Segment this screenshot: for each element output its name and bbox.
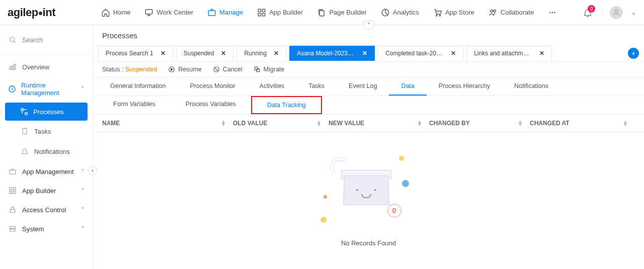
col-by-label: CHANGED BY: [429, 120, 470, 127]
svg-rect-31: [10, 229, 16, 231]
add-tab-button[interactable]: +: [628, 48, 639, 59]
sidebar-overview-label: Overview: [22, 63, 49, 71]
nav-app-builder[interactable]: App Builder: [257, 8, 303, 17]
col-new-value[interactable]: NEW VALUE▲▼: [329, 120, 429, 127]
chevron-down-icon: ˅: [81, 206, 85, 214]
nav-home[interactable]: Home: [101, 8, 131, 17]
migrate-button[interactable]: Migrate: [254, 66, 285, 73]
sidebar-runtime-management[interactable]: Runtime Management ˄: [0, 76, 93, 102]
sort-icon[interactable]: ▲▼: [221, 120, 233, 126]
close-icon[interactable]: ✕: [451, 50, 456, 57]
tab-process-hierarchy[interactable]: Process Hierarchy: [427, 77, 502, 96]
copy-icon: [317, 8, 326, 17]
resume-button[interactable]: Resume: [168, 66, 202, 73]
briefcase-icon: [207, 8, 216, 17]
pie-icon: [381, 8, 390, 17]
col-old-value[interactable]: OLD VALUE▲▼: [233, 120, 329, 127]
tab-event-log[interactable]: Event Log: [337, 77, 389, 96]
sidebar-overview[interactable]: Overview: [0, 57, 93, 76]
col-name[interactable]: NAME▲▼: [102, 120, 233, 127]
close-icon[interactable]: ✕: [274, 50, 279, 57]
sidebar-notifications[interactable]: Notifications: [5, 142, 88, 161]
bell-badge: 0: [588, 5, 595, 13]
svg-point-11: [493, 10, 496, 12]
nav-manage[interactable]: Manage: [207, 8, 243, 17]
close-icon[interactable]: ✕: [362, 50, 367, 57]
top-nav: Home Work Center Manage App Builder Page…: [75, 8, 583, 17]
svg-point-8: [436, 15, 437, 16]
col-changed-by[interactable]: CHANGED BY▲▼: [429, 120, 530, 127]
close-icon[interactable]: ✕: [221, 50, 226, 57]
subtab-data-tracking[interactable]: Data Tracking: [251, 96, 322, 114]
cancel-button[interactable]: Cancel: [213, 66, 243, 73]
close-icon[interactable]: ✕: [539, 50, 544, 57]
tab-general-information[interactable]: General Information: [98, 77, 178, 96]
chevron-down-icon: ˅: [81, 168, 85, 175]
tab-tasks[interactable]: Tasks: [296, 77, 337, 96]
tab-suspended[interactable]: Suspended✕: [176, 46, 234, 61]
sidebar-system-label: System: [22, 225, 44, 233]
sort-icon[interactable]: ▲▼: [518, 120, 530, 126]
user-menu[interactable]: ⌄: [602, 6, 636, 19]
detail-tabs: General Information Process Monitor Acti…: [93, 77, 644, 96]
sidebar-processes-label: Processes: [33, 108, 64, 116]
close-icon[interactable]: ✕: [160, 50, 166, 57]
chevron-up-icon: ˄: [81, 85, 85, 93]
notifications-bell[interactable]: 0: [583, 8, 593, 18]
sidebar-processes[interactable]: Processes: [5, 103, 88, 121]
plus-icon: +: [631, 49, 635, 57]
tab-activities[interactable]: Activities: [248, 77, 296, 96]
sidebar-app-management[interactable]: App Management ˅: [0, 162, 93, 181]
zero-badge: 0: [387, 204, 401, 218]
tab-data[interactable]: Data: [389, 77, 426, 96]
col-name-label: NAME: [102, 120, 120, 127]
svg-rect-23: [23, 129, 27, 134]
tab-process-search-1[interactable]: Process Search 1✕: [98, 46, 173, 61]
nav-page-builder[interactable]: Page Builder: [317, 8, 366, 17]
svg-rect-22: [25, 113, 27, 115]
chart-icon: [8, 62, 17, 71]
sort-icon[interactable]: ▲▼: [623, 120, 635, 126]
shell: ‹ Search Overview Runtime Management ˄ P…: [0, 25, 644, 269]
sidebar-app-builder[interactable]: App Builder ˅: [0, 181, 93, 200]
svg-rect-4: [258, 13, 261, 16]
nav-work-center[interactable]: Work Center: [144, 8, 193, 17]
sidebar-tasks[interactable]: Tasks: [5, 122, 88, 141]
col-changed-at[interactable]: CHANGED AT▲▼: [530, 120, 635, 127]
sidebar-access-control[interactable]: Access Control ˅: [0, 200, 93, 219]
tab-asana-model[interactable]: Asana Model-2023-08-29T...✕: [289, 46, 375, 61]
sidebar-app-mgmt-label: App Management: [22, 168, 74, 175]
status-label: Status :: [102, 66, 123, 73]
sidebar-notifications-label: Notifications: [34, 148, 70, 155]
tab-running[interactable]: Running✕: [236, 46, 286, 61]
tab-process-monitor[interactable]: Process Monitor: [178, 77, 247, 96]
collapse-up-button[interactable]: ˄: [363, 21, 374, 30]
nav-collaborate[interactable]: Collaborate: [489, 8, 534, 17]
tab-links-attachments[interactable]: Links and attachments mo...✕: [466, 46, 552, 61]
tab-label: Asana Model-2023-08-29T...: [297, 50, 355, 57]
svg-point-10: [490, 10, 493, 12]
tab-notifications[interactable]: Notifications: [502, 77, 560, 96]
nav-work-center-label: Work Center: [156, 9, 193, 16]
sidebar-access-label: Access Control: [22, 206, 66, 214]
table-header: NAME▲▼ OLD VALUE▲▼ NEW VALUE▲▼ CHANGED B…: [93, 115, 644, 132]
svg-rect-26: [13, 188, 16, 190]
svg-rect-18: [12, 65, 14, 69]
cancel-icon: [213, 66, 220, 73]
lock-icon: [8, 205, 17, 214]
sort-icon[interactable]: ▲▼: [417, 120, 429, 126]
nav-more[interactable]: [548, 8, 557, 17]
subtab-form-variables[interactable]: Form Variables: [98, 96, 171, 114]
nav-analytics[interactable]: Analytics: [381, 8, 419, 17]
subtab-process-variables[interactable]: Process Variables: [171, 96, 251, 114]
svg-rect-2: [258, 9, 261, 12]
sort-icon[interactable]: ▲▼: [316, 120, 329, 126]
tab-completed-task[interactable]: Completed task-2023-08-3...✕: [378, 46, 463, 61]
users-icon: [489, 8, 498, 17]
sidebar-search[interactable]: Search: [0, 29, 93, 50]
sidebar-system[interactable]: System ˅: [0, 219, 93, 238]
nav-app-store[interactable]: App Store: [433, 8, 474, 17]
sidebar-collapse-button[interactable]: ‹: [88, 166, 97, 175]
header: agilepint Home Work Center Manage App Bu…: [0, 0, 644, 25]
main-content: ˄ Processes Process Search 1✕ Suspended✕…: [93, 25, 644, 269]
